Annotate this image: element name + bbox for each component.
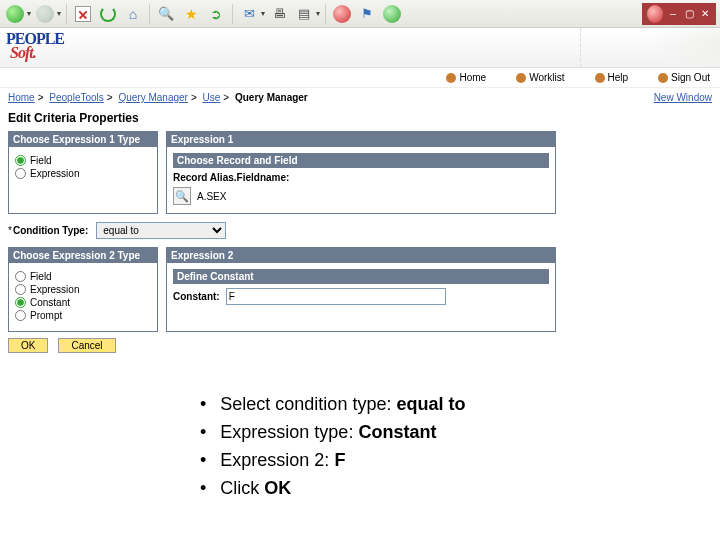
stop-button[interactable] bbox=[72, 3, 94, 25]
peoplesoft-logo: PEOPLESoft. bbox=[6, 30, 64, 66]
radio-exp2-expression-input[interactable] bbox=[15, 284, 26, 295]
minimize-button[interactable]: – bbox=[666, 8, 680, 20]
crumb-home[interactable]: Home bbox=[8, 92, 35, 103]
edit-dropdown-icon[interactable]: ▾ bbox=[316, 9, 320, 18]
search-button[interactable]: 🔍 bbox=[155, 3, 177, 25]
app-header: PEOPLESoft. bbox=[0, 28, 720, 68]
nav-signout[interactable]: Sign Out bbox=[658, 72, 710, 83]
refresh-button[interactable] bbox=[97, 3, 119, 25]
instruction-list: •Select condition type: equal to •Expres… bbox=[200, 391, 720, 503]
ok-button[interactable]: OK bbox=[8, 338, 48, 353]
page-title: Edit Criteria Properties bbox=[0, 107, 720, 131]
nav-home[interactable]: Home bbox=[446, 72, 486, 83]
nav-worklist[interactable]: Worklist bbox=[516, 72, 564, 83]
radio-exp1-field[interactable]: Field bbox=[15, 155, 151, 166]
panel-exp2: Expression 2 Define Constant Constant: bbox=[166, 247, 556, 332]
home-icon bbox=[446, 73, 456, 83]
crumb-use[interactable]: Use bbox=[203, 92, 221, 103]
panel-exp1-subhead: Choose Record and Field bbox=[173, 153, 549, 168]
bullet-icon: • bbox=[200, 419, 206, 447]
print-button[interactable]: 🖶 bbox=[268, 3, 290, 25]
forward-dropdown-icon[interactable]: ▾ bbox=[57, 9, 61, 18]
panel-exp1: Expression 1 Choose Record and Field Rec… bbox=[166, 131, 556, 214]
radio-exp2-expression[interactable]: Expression bbox=[15, 284, 151, 295]
crumb-current: Query Manager bbox=[235, 92, 308, 103]
condition-type-label: Condition Type: bbox=[13, 225, 88, 236]
record-alias-label: Record Alias.Fieldname: bbox=[173, 172, 289, 183]
window-controls: – ▢ ✕ bbox=[642, 3, 716, 25]
new-window-link[interactable]: New Window bbox=[654, 92, 712, 103]
ext-flag-button[interactable]: ⚑ bbox=[356, 3, 378, 25]
radio-exp1-expression[interactable]: Expression bbox=[15, 168, 151, 179]
panel-exp2-head: Expression 2 bbox=[167, 248, 555, 263]
panel-exp2-subhead: Define Constant bbox=[173, 269, 549, 284]
constant-input[interactable] bbox=[226, 288, 446, 305]
radio-exp2-field[interactable]: Field bbox=[15, 271, 151, 282]
worklist-icon bbox=[516, 73, 526, 83]
mail-button[interactable]: ✉ bbox=[238, 3, 260, 25]
restore-button[interactable]: ▢ bbox=[682, 8, 696, 20]
signout-icon bbox=[658, 73, 668, 83]
forward-button[interactable] bbox=[34, 3, 56, 25]
bullet-icon: • bbox=[200, 447, 206, 475]
favorites-button[interactable]: ★ bbox=[180, 3, 202, 25]
ext-clover-button[interactable] bbox=[381, 3, 403, 25]
constant-label: Constant: bbox=[173, 291, 220, 302]
back-button[interactable] bbox=[4, 3, 26, 25]
panel-exp2-type-head: Choose Expression 2 Type bbox=[9, 248, 157, 263]
nav-help[interactable]: Help bbox=[595, 72, 629, 83]
criteria-form: Choose Expression 1 Type Field Expressio… bbox=[0, 131, 720, 361]
ext-red-button[interactable] bbox=[331, 3, 353, 25]
record-alias-value: A.SEX bbox=[197, 191, 226, 202]
browser-toolbar: ▾ ▾ ⌂ 🔍 ★ ➲ ✉ ▾ 🖶 ▤ ▾ ⚑ – ▢ ✕ bbox=[0, 0, 720, 28]
ext-ball-button[interactable] bbox=[646, 5, 664, 23]
lookup-record-button[interactable]: 🔍 bbox=[173, 187, 191, 205]
mail-dropdown-icon[interactable]: ▾ bbox=[261, 9, 265, 18]
radio-exp1-expression-input[interactable] bbox=[15, 168, 26, 179]
help-icon bbox=[595, 73, 605, 83]
breadcrumb: Home> PeopleTools> Query Manager> Use> Q… bbox=[8, 92, 308, 103]
bullet-icon: • bbox=[200, 475, 206, 503]
radio-exp2-constant[interactable]: Constant bbox=[15, 297, 151, 308]
home-button[interactable]: ⌂ bbox=[122, 3, 144, 25]
radio-exp1-field-input[interactable] bbox=[15, 155, 26, 166]
top-nav-bar: Home Worklist Help Sign Out bbox=[0, 68, 720, 88]
close-button[interactable]: ✕ bbox=[698, 8, 712, 20]
condition-type-row: *Condition Type: equal to bbox=[8, 222, 712, 239]
panel-exp1-type-head: Choose Expression 1 Type bbox=[9, 132, 157, 147]
panel-exp1-type: Choose Expression 1 Type Field Expressio… bbox=[8, 131, 158, 214]
back-dropdown-icon[interactable]: ▾ bbox=[27, 9, 31, 18]
radio-exp2-field-input[interactable] bbox=[15, 271, 26, 282]
edit-button[interactable]: ▤ bbox=[293, 3, 315, 25]
crumb-query-manager[interactable]: Query Manager bbox=[118, 92, 187, 103]
bullet-icon: • bbox=[200, 391, 206, 419]
breadcrumb-row: Home> PeopleTools> Query Manager> Use> Q… bbox=[0, 88, 720, 107]
cancel-button[interactable]: Cancel bbox=[58, 338, 115, 353]
header-swoosh-art bbox=[580, 28, 720, 67]
panel-exp2-type: Choose Expression 2 Type Field Expressio… bbox=[8, 247, 158, 332]
crumb-peopletools[interactable]: PeopleTools bbox=[49, 92, 103, 103]
radio-exp2-prompt-input[interactable] bbox=[15, 310, 26, 321]
condition-type-select[interactable]: equal to bbox=[96, 222, 226, 239]
radio-exp2-prompt[interactable]: Prompt bbox=[15, 310, 151, 321]
history-button[interactable]: ➲ bbox=[205, 3, 227, 25]
panel-exp1-head: Expression 1 bbox=[167, 132, 555, 147]
radio-exp2-constant-input[interactable] bbox=[15, 297, 26, 308]
